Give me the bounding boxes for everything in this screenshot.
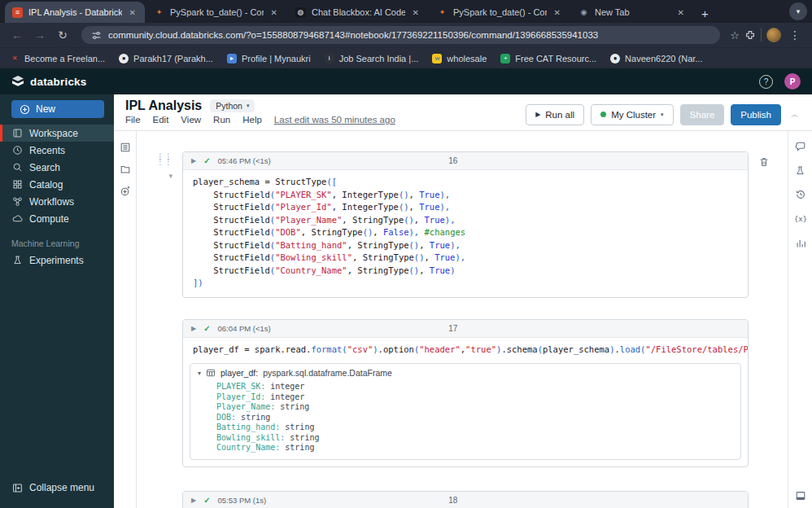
menu-file[interactable]: File [125,115,141,125]
collapse-header-icon[interactable]: ︿ [788,109,802,120]
sidebar-item-experiments[interactable]: Experiments [0,252,114,269]
bookmark-label: Naveen6220 (Nar... [625,54,702,64]
forward-icon[interactable]: → [31,28,49,42]
comment-icon[interactable] [795,141,806,152]
delete-cell-icon[interactable] [758,156,788,168]
cell-number: 16 [448,156,457,165]
bookmark-star-icon[interactable]: ☆ [730,29,740,42]
browser-tab[interactable]: ✦PySpark to_date() - Convert✕ [430,2,570,23]
menu-view[interactable]: View [181,115,201,125]
sidebar-item-catalog[interactable]: Catalog [0,176,114,193]
toc-icon[interactable] [120,142,131,153]
browser-profile-avatar[interactable] [766,28,781,42]
success-check-icon: ✓ [203,324,210,333]
notebook-cell[interactable]: ▶ ✓ 06:04 PM (<1s) 17 player_df = spark.… [182,319,749,467]
code-editor[interactable]: player_df = spark.read.format("csv").opt… [183,338,748,364]
code-line: ]) [193,277,738,290]
cell-header: ▶ ✓ 05:46 PM (<1s) 16 [183,152,748,170]
catalog-icon [11,179,23,190]
sidebar-item-workflows[interactable]: Workflows [0,193,114,210]
experiment-icon[interactable] [795,165,805,176]
back-icon[interactable]: ← [8,28,26,42]
bookmark-label: wholesale [447,54,487,64]
tab-close-icon[interactable]: ✕ [128,8,138,17]
collapse-menu-label: Collapse menu [29,482,94,493]
bookmark-favicon: ✕ [10,54,20,64]
browser-tab[interactable]: ◉New Tab✕ [571,2,693,23]
sidebar-item-workspace[interactable]: Workspace [0,125,114,142]
code-line: player_schema = StructType([ [193,176,738,189]
sidebar-item-label: Compute [29,213,69,225]
output-collapse-icon[interactable]: ▾ [198,370,201,377]
sidebar-item-search[interactable]: Search [0,159,114,176]
bookmark-item[interactable]: iJob Search India |... [325,54,419,64]
new-button[interactable]: New [11,100,104,118]
collapse-menu-button[interactable]: Collapse menu [0,482,114,508]
bookmark-item[interactable]: ▸Profile | Mynaukri [227,54,311,64]
tab-close-icon[interactable]: ✕ [269,8,279,17]
menu-edit[interactable]: Edit [153,115,169,125]
run-cell-button[interactable]: ▶ [191,325,196,332]
reload-icon[interactable]: ↻ [54,28,72,42]
notebook-cell[interactable]: ▶ ✓ 05:53 PM (1s) 18 player_df.show(5) ▸… [182,491,749,508]
compute-icon [11,213,23,224]
screen: ≡IPL Analysis - Databricks Con✕✦PySpark … [0,0,812,508]
browser-tab[interactable]: ✦PySpark to_date() - Convert✕ [146,2,286,23]
bookmark-item[interactable]: wwholesale [432,54,487,64]
cell-timestamp: 05:46 PM (<1s) [218,156,271,165]
menu-run[interactable]: Run [213,115,230,125]
run-all-button[interactable]: ▶ Run all [526,104,584,125]
tab-close-icon[interactable]: ✕ [411,8,421,17]
notebook-cell[interactable]: ▶ ✓ 05:46 PM (<1s) 16 player_schema = St… [182,151,749,298]
tab-search-chevron-icon[interactable]: ▾ [789,2,807,20]
bookmark-item[interactable]: ●Parakh17 (Parakh... [119,54,213,64]
sidebar-item-recents[interactable]: Recents [0,142,114,159]
browser-favicon: ◉ [578,7,589,18]
tab-title: PySpark to_date() - Convert [170,7,264,17]
bookmark-item[interactable]: ✕Become a Freelan... [10,54,105,64]
bookmark-favicon: ▸ [227,54,237,64]
bookmark-favicon: + [500,54,510,64]
cluster-selector[interactable]: My Cluster ▾ [591,104,673,125]
language-selector[interactable]: Python ▾ [210,99,255,112]
sidebar-item-compute[interactable]: Compute [0,210,114,227]
collapse-left-icon [11,483,23,493]
code-line: player_df = spark.read.format("csv").opt… [193,344,738,357]
collapse-cell-icon[interactable]: ▾ [168,172,172,180]
notebook-title[interactable]: IPL Analysis [125,99,202,113]
notebook-header: IPL Analysis Python ▾ FileEditViewRunHel… [114,94,812,131]
user-avatar[interactable]: P [784,73,801,90]
browser-tab[interactable]: ≡IPL Analysis - Databricks Con✕ [5,2,145,23]
drag-handle[interactable]: ⋮⋮⋮⋮ [156,155,172,164]
help-icon[interactable]: ? [759,75,773,89]
tab-close-icon[interactable]: ✕ [676,8,686,17]
browser-tab[interactable]: ◍Chat Blackbox: AI Code Gene✕ [288,2,428,23]
tab-close-icon[interactable]: ✕ [552,8,562,17]
publish-button[interactable]: Publish [731,104,781,125]
site-settings-icon[interactable] [91,30,102,41]
charts-icon[interactable] [795,238,806,249]
bookmark-item[interactable]: +Free CAT Resourc... [500,54,596,64]
address-bar[interactable]: community.cloud.databricks.com/?o=155880… [81,26,720,44]
catalog-add-icon[interactable] [120,186,131,197]
run-cell-button[interactable]: ▶ [191,157,196,164]
bookmark-item[interactable]: ●Naveen6220 (Nar... [610,54,702,64]
cell-number: 18 [448,496,457,505]
cell-actions-gutter [749,151,788,298]
code-editor[interactable]: player_schema = StructType([ StructField… [183,170,748,297]
sidebar-section-label: Machine Learning [0,227,114,252]
extensions-icon[interactable] [744,29,756,41]
run-cell-button[interactable]: ▶ [191,497,196,504]
last-edit-link[interactable]: Last edit was 50 minutes ago [274,115,395,125]
bookmark-favicon: i [325,54,334,64]
url-text: community.cloud.databricks.com/?o=155880… [108,30,598,40]
history-icon[interactable] [795,189,806,200]
new-tab-button[interactable]: + [693,7,717,23]
variables-icon[interactable]: {x} [794,213,807,225]
folder-icon[interactable] [120,164,131,175]
databricks-logo[interactable]: databricks [11,75,87,88]
panel-toggle-icon[interactable] [795,490,806,501]
browser-menu-icon[interactable]: ⋮ [786,28,804,42]
menu-help[interactable]: Help [242,115,262,125]
bookmark-label: Job Search India |... [339,54,419,64]
